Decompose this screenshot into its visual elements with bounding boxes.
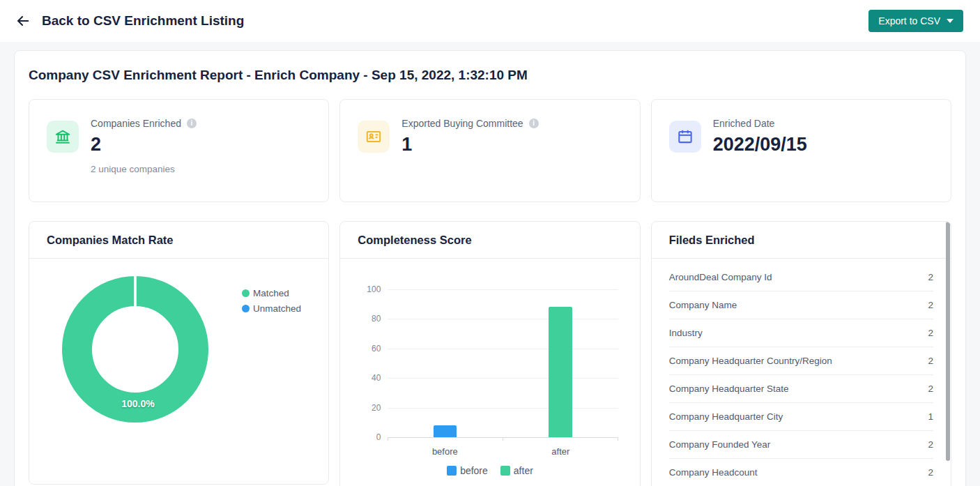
panel-title: Fileds Enriched [669, 234, 755, 247]
field-row: Company Name 2 [669, 291, 933, 319]
back-label[interactable]: Back to CSV Enrichment Listing [42, 13, 244, 29]
legend-square [447, 466, 457, 476]
panel-fields-enriched: Fileds Enriched AroundDeal Company Id 2 … [651, 221, 951, 486]
y-tick: 100 [353, 284, 381, 294]
field-count: 2 [928, 439, 933, 450]
field-row: Company Headquarter City 1 [669, 403, 933, 431]
stat-content: Companies Enriched i 2 2 unique companie… [91, 118, 197, 174]
field-row: Company Headquarter Country/Region 2 [669, 347, 933, 375]
report-card: Company CSV Enrichment Report - Enrich C… [14, 50, 966, 486]
bar-before[interactable] [434, 425, 457, 437]
match-rate-legend: Matched Unmatched [242, 288, 301, 314]
field-count: 2 [928, 356, 933, 366]
stat-card-exported-buying-committee: Exported Buying Committee i 1 [339, 99, 640, 202]
stat-value: 2022/09/15 [713, 134, 807, 155]
stat-label: Enriched Date [713, 118, 775, 129]
stats-row: Companies Enriched i 2 2 unique companie… [29, 99, 951, 202]
back-link[interactable]: Back to CSV Enrichment Listing [15, 13, 244, 29]
field-row: Company Headcount 2 [669, 459, 933, 486]
field-row: Company Founded Year 2 [669, 431, 933, 459]
gridline [388, 289, 618, 290]
back-arrow-icon[interactable] [15, 13, 31, 29]
x-label-after: after [519, 446, 602, 457]
y-tick: 20 [353, 403, 381, 413]
calendar-icon [669, 121, 701, 153]
field-count: 2 [928, 300, 933, 310]
id-card-icon [358, 121, 390, 153]
donut-percentage-label: 100.0% [121, 398, 154, 409]
field-count: 2 [928, 384, 933, 394]
bar-after[interactable] [549, 307, 572, 437]
field-row: Company Headquarter State 2 [669, 375, 933, 403]
bar-chart-legend: before after [340, 465, 639, 476]
legend-dot [242, 289, 250, 297]
field-row: AroundDeal Company Id 2 [669, 264, 933, 291]
stat-card-enriched-date: Enriched Date 2022/09/15 [651, 99, 951, 202]
info-icon[interactable]: i [187, 119, 197, 128]
stat-label: Exported Buying Committee [401, 118, 523, 129]
gridline [388, 378, 618, 379]
legend-item-before[interactable]: before [447, 465, 488, 476]
y-tick: 80 [353, 314, 381, 324]
legend-item-unmatched[interactable]: Unmatched [242, 303, 301, 314]
stat-label: Companies Enriched [91, 118, 181, 129]
gridline [388, 319, 618, 319]
field-count: 1 [928, 411, 933, 422]
gridline [388, 349, 618, 349]
panels-row: Companies Match Rate 100.0% Matched Unma… [29, 221, 951, 486]
top-bar: Back to CSV Enrichment Listing Export to… [0, 0, 980, 42]
panel-companies-match-rate: Companies Match Rate 100.0% Matched Unma… [29, 221, 329, 485]
stat-value: 2 [91, 134, 197, 155]
stat-subtitle: 2 unique companies [91, 164, 197, 174]
y-tick: 40 [353, 373, 381, 383]
legend-square [500, 466, 510, 476]
field-row: Industry 2 [669, 319, 933, 347]
stat-content: Exported Buying Committee i 1 [401, 118, 538, 164]
report-title: Company CSV Enrichment Report - Enrich C… [29, 68, 951, 83]
field-count: 2 [928, 272, 933, 282]
panel-title: Completeness Score [358, 234, 471, 247]
scrollbar-thumb[interactable] [946, 222, 950, 461]
legend-dot [242, 305, 250, 312]
info-icon[interactable]: i [529, 119, 539, 128]
export-button-label: Export to CSV [878, 15, 940, 26]
field-count: 2 [928, 328, 933, 338]
y-tick: 0 [353, 432, 381, 442]
panel-completeness-score: Completeness Score 100 80 60 40 20 0 [339, 221, 640, 486]
panel-title: Companies Match Rate [47, 234, 174, 247]
legend-item-after[interactable]: after [500, 465, 533, 476]
stat-value: 1 [401, 134, 538, 155]
export-to-csv-button[interactable]: Export to CSV [868, 10, 963, 32]
field-count: 2 [928, 467, 933, 478]
gridline [388, 408, 618, 409]
x-label-before: before [403, 446, 487, 457]
y-tick: 60 [353, 344, 381, 354]
chevron-down-icon [947, 19, 954, 23]
bank-icon [47, 121, 79, 153]
legend-item-matched[interactable]: Matched [242, 288, 301, 298]
stat-content: Enriched Date 2022/09/15 [713, 118, 807, 164]
stat-card-companies-enriched: Companies Enriched i 2 2 unique companie… [29, 99, 329, 202]
